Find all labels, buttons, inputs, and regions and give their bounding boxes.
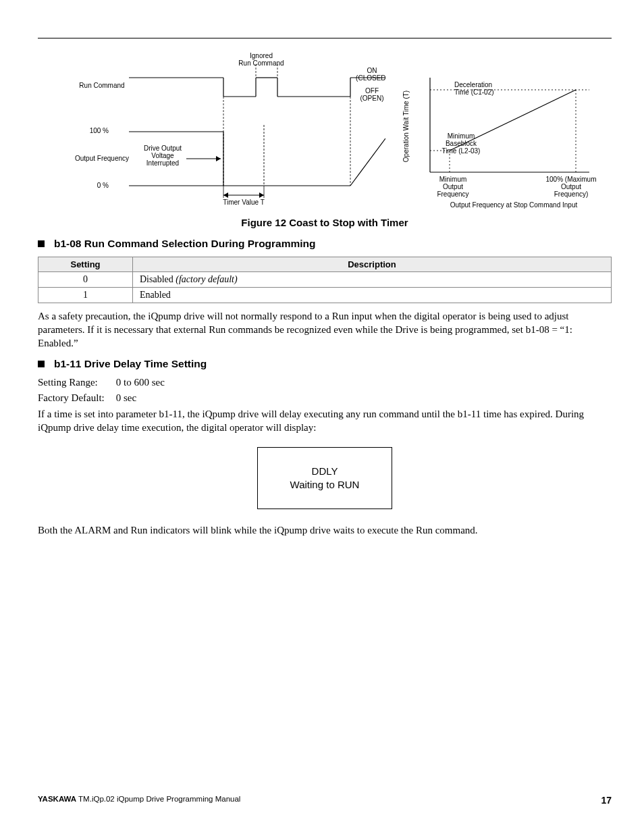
section-b1-08-title: b1-08 Run Command Selection During Progr… [54,238,316,250]
bullet-icon [38,361,45,367]
timing-diagram: Ignored Run Command Run Command ON (CLOS… [41,51,385,210]
lbl-x-axis: Output Frequency at Stop Command Input [450,201,578,209]
page-footer: YASKAWA TM.iQp.02 iQpump Drive Programmi… [38,795,612,806]
setting-range-row: Setting Range: 0 to 600 sec [38,377,612,388]
b1-11-paragraph-1: If a time is set into parameter b1-11, t… [38,408,612,435]
cell-setting: 1 [38,288,133,303]
lbl-decel-2: Time (C1-02) [454,88,494,96]
lbl-closed: (CLOSED) [356,74,385,82]
lbl-0pct: 0 % [97,182,109,189]
lbl-decel-1: Deceleration [454,81,492,88]
lbl-timer-value: Timer Value T [223,199,265,206]
figure-right-panel: Operation Wait Time (T) Deceleration Tim… [399,51,608,213]
figure-12: Ignored Run Command Run Command ON (CLOS… [38,51,612,213]
lbl-minof-2: Output [443,183,463,190]
lbl-maxof-3: Frequency) [554,190,589,198]
table-row: 1 Enabled [38,288,612,303]
lbl-100pct: 100 % [90,127,109,134]
footer-left: YASKAWA TM.iQp.02 iQpump Drive Programmi… [38,795,240,806]
lbl-run-command: Run Command [79,82,124,89]
cell-description: Enabled [133,288,612,303]
lbl-on: ON [367,67,377,74]
lbl-off: OFF [365,87,379,95]
cell-desc-text: Disabled [140,274,176,284]
factory-default-value: 0 sec [116,392,136,403]
lbl-ignored-1: Ignored [250,52,273,59]
cell-setting: 0 [38,272,133,288]
lbl-dov1: Drive Output [144,145,182,152]
lbl-maxof-1: 100% (Maximum [545,176,596,183]
setting-range-key: Setting Range: [38,377,113,388]
table-row: 0 Disabled (factory default) [38,272,612,288]
footer-brand: YASKAWA [38,795,76,803]
figure-caption: Figure 12 Coast to Stop with Timer [38,217,612,228]
wait-time-chart: Operation Wait Time (T) Deceleration Tim… [399,51,608,210]
lbl-minbb-3: Time (L2-03) [442,147,481,155]
b1-08-table: Setting Description 0 Disabled (factory … [38,257,612,303]
bullet-icon [38,240,45,247]
b1-08-paragraph: As a safety precaution, the iQpump drive… [38,310,612,350]
th-setting: Setting [38,257,133,272]
lbl-output-freq: Output Frequency [75,155,129,162]
svg-marker-23 [259,192,264,198]
lbl-minbb-2: Baseblock [446,140,477,147]
cell-desc-italic: (factory default) [176,274,237,284]
th-description: Description [133,257,612,272]
top-rule [38,38,612,38]
lbl-ignored-2: Run Command [238,59,284,67]
lbl-dov3: Interrupted [146,159,179,167]
figure-left-panel: Ignored Run Command Run Command ON (CLOS… [41,51,385,213]
footer-page-number: 17 [601,795,612,806]
footer-doc-title: TM.iQp.02 iQpump Drive Programming Manua… [76,795,240,803]
lbl-open: (OPEN) [360,95,384,102]
lbl-maxof-2: Output [561,183,581,190]
display-line-2: Waiting to RUN [290,478,360,492]
setting-range-value: 0 to 600 sec [116,377,165,388]
section-b1-11-heading: b1-11 Drive Delay Time Setting [38,358,612,370]
cell-description: Disabled (factory default) [133,272,612,288]
lbl-y-axis: Operation Wait Time (T) [402,90,410,162]
section-b1-08-heading: b1-08 Run Command Selection During Progr… [38,238,612,250]
table-header-row: Setting Description [38,257,612,272]
svg-marker-20 [216,156,221,161]
operator-display-box: DDLY Waiting to RUN [257,447,392,509]
lbl-dov2: Voltage [151,152,174,159]
svg-marker-22 [223,192,228,198]
lbl-minof-1: Minimum [439,176,467,183]
svg-line-16 [350,138,385,186]
factory-default-key: Factory Default: [38,392,113,404]
b1-11-paragraph-2: Both the ALARM and Run indicators will b… [38,524,612,538]
factory-default-row: Factory Default: 0 sec [38,392,612,404]
lbl-minof-3: Frequency [437,190,468,198]
display-line-1: DDLY [312,465,338,478]
section-b1-11-title: b1-11 Drive Delay Time Setting [54,358,207,370]
cell-desc-text: Enabled [140,290,171,300]
lbl-minbb-1: Minimum [448,132,475,140]
